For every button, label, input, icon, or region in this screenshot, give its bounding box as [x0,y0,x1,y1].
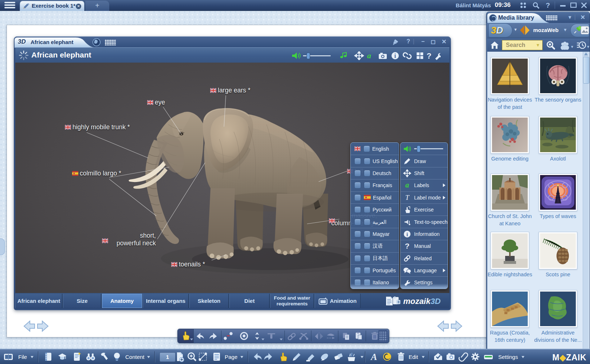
svg-text:i: i [394,53,396,59]
svg-text:T: T [405,194,410,201]
svg-text:a: a [367,51,371,60]
svg-text:a: a [405,181,409,189]
svg-text:A: A [370,352,377,362]
svg-text:?: ? [405,242,410,250]
svg-text:?: ? [426,51,431,60]
svg-text:i: i [406,231,408,237]
